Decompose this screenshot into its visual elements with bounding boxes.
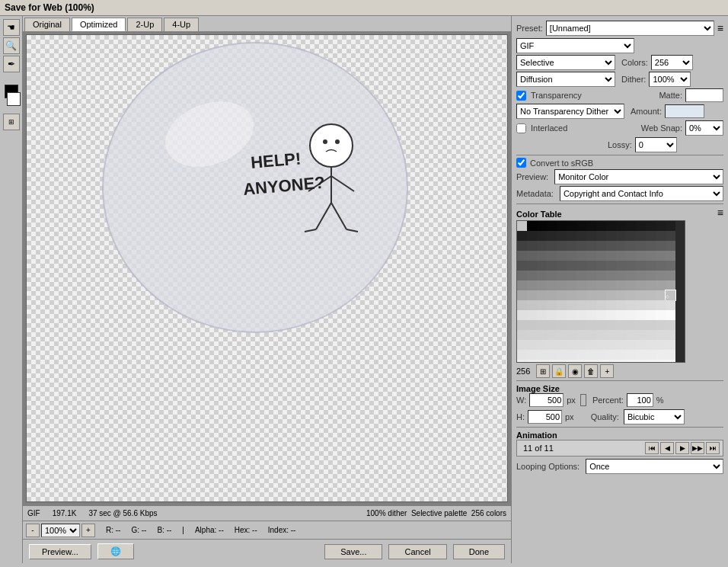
color-cell[interactable] — [626, 330, 636, 340]
color-cell[interactable] — [656, 330, 666, 340]
color-cell[interactable] — [636, 310, 646, 320]
color-cell[interactable] — [547, 320, 557, 330]
color-cell[interactable] — [596, 290, 606, 300]
color-cell[interactable] — [656, 310, 666, 320]
color-cell[interactable] — [646, 271, 656, 280]
color-cell[interactable] — [557, 251, 567, 261]
color-cell[interactable] — [537, 221, 547, 231]
color-cell[interactable] — [576, 261, 586, 271]
color-cell[interactable] — [666, 350, 675, 360]
preview-button[interactable]: Preview... — [29, 544, 91, 559]
color-cell[interactable] — [517, 300, 527, 310]
color-cell[interactable] — [567, 350, 576, 360]
color-cell[interactable] — [626, 360, 636, 362]
color-cell[interactable] — [646, 330, 656, 340]
color-cell[interactable] — [586, 280, 596, 290]
color-cell[interactable] — [656, 350, 666, 360]
color-cell[interactable] — [567, 231, 576, 241]
color-cell[interactable] — [626, 350, 636, 360]
color-cell[interactable] — [567, 340, 576, 350]
done-button[interactable]: Done — [453, 544, 505, 559]
tab-4up[interactable]: 4-Up — [164, 18, 199, 31]
color-cell[interactable] — [586, 241, 596, 251]
color-cell[interactable] — [537, 231, 547, 241]
color-cell[interactable] — [547, 300, 557, 310]
color-cell[interactable] — [586, 320, 596, 330]
tab-original[interactable]: Original — [24, 18, 70, 31]
color-cell[interactable] — [557, 261, 567, 271]
color-cell[interactable] — [616, 320, 626, 330]
preset-menu-icon[interactable]: ≡ — [717, 22, 723, 34]
convert-srgb-checkbox[interactable] — [516, 158, 526, 168]
color-cell[interactable] — [636, 271, 646, 280]
color-cell[interactable] — [646, 280, 656, 290]
color-cell[interactable] — [606, 320, 616, 330]
transparency-checkbox[interactable] — [516, 91, 526, 101]
color-cell[interactable] — [517, 360, 527, 362]
color-cell[interactable] — [596, 261, 606, 271]
color-cell[interactable] — [616, 350, 626, 360]
color-cell[interactable] — [586, 251, 596, 261]
color-cell[interactable] — [527, 280, 537, 290]
color-cell[interactable] — [666, 280, 675, 290]
amount-input[interactable] — [665, 104, 704, 118]
color-cell[interactable] — [517, 221, 527, 231]
zoom-out-btn[interactable]: - — [26, 524, 40, 537]
color-cell[interactable] — [547, 261, 557, 271]
color-cell[interactable] — [646, 241, 656, 251]
color-cell[interactable] — [636, 241, 646, 251]
color-cell[interactable] — [656, 280, 666, 290]
color-cell[interactable] — [517, 340, 527, 350]
color-cell[interactable] — [567, 271, 576, 280]
color-cell[interactable] — [527, 241, 537, 251]
new-icon-btn[interactable]: + — [600, 364, 614, 378]
color-cell[interactable] — [656, 300, 666, 310]
color-cell[interactable] — [666, 340, 675, 350]
color-cell[interactable] — [666, 330, 675, 340]
color-cell[interactable] — [606, 280, 616, 290]
color-cell[interactable] — [656, 340, 666, 350]
color-cell[interactable] — [517, 350, 527, 360]
color-cell[interactable] — [557, 241, 567, 251]
color-cell[interactable] — [596, 251, 606, 261]
color-cell[interactable] — [626, 340, 636, 350]
color-cell[interactable] — [586, 330, 596, 340]
color-cell[interactable] — [596, 330, 606, 340]
tab-optimized[interactable]: Optimized — [72, 18, 126, 31]
color-cell[interactable] — [527, 221, 537, 231]
color-cell[interactable] — [616, 340, 626, 350]
color-cell[interactable] — [636, 320, 646, 330]
color-cell[interactable] — [576, 320, 586, 330]
color-cell[interactable] — [666, 320, 675, 330]
color-cell[interactable] — [656, 261, 666, 271]
color-cell[interactable] — [537, 340, 547, 350]
color-cell[interactable] — [616, 271, 626, 280]
color-cell[interactable] — [626, 320, 636, 330]
color-cell[interactable] — [646, 251, 656, 261]
color-table-menu-icon[interactable]: ≡ — [717, 207, 723, 219]
color-cell[interactable] — [636, 350, 646, 360]
color-cell[interactable] — [537, 290, 547, 300]
color-cell[interactable] — [606, 231, 616, 241]
color-cell[interactable] — [517, 231, 527, 241]
color-cell[interactable] — [666, 310, 675, 320]
color-cell[interactable] — [547, 350, 557, 360]
color-cell[interactable] — [537, 241, 547, 251]
color-cell[interactable] — [626, 251, 636, 261]
color-cell[interactable] — [606, 290, 616, 300]
color-cell[interactable] — [626, 261, 636, 271]
color-cell[interactable] — [626, 300, 636, 310]
color-cell[interactable] — [616, 261, 626, 271]
color-cell[interactable] — [517, 330, 527, 340]
color-cell[interactable] — [606, 271, 616, 280]
metadata-select[interactable]: Copyright and Contact Info All None — [560, 186, 723, 201]
color-cell[interactable] — [547, 310, 557, 320]
color-cell[interactable] — [596, 241, 606, 251]
color-cell[interactable] — [636, 340, 646, 350]
zoom-tool[interactable]: 🔍 — [3, 37, 20, 54]
color-cell[interactable] — [586, 261, 596, 271]
color-cell[interactable] — [666, 221, 675, 231]
dither-algo-select[interactable]: Diffusion Pattern Noise — [516, 72, 615, 87]
color-cell[interactable] — [576, 340, 586, 350]
color-cell[interactable] — [547, 340, 557, 350]
